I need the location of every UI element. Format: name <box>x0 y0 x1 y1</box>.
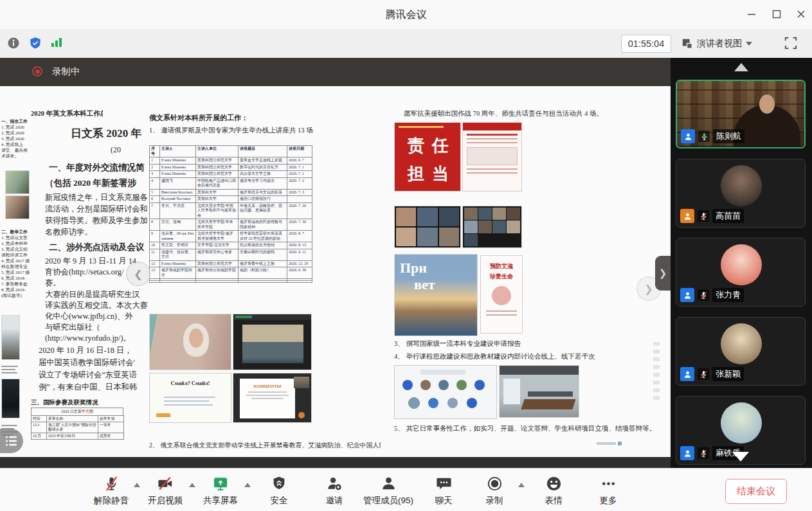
fullscreen-icon <box>784 36 798 50</box>
lecture-cell: 12 <box>150 260 160 267</box>
doc-photo-smail-slide: Смайл? Смайл! <box>149 373 231 423</box>
participant-role-badge <box>680 446 694 460</box>
mic-muted-icon <box>82 473 140 492</box>
smiley-icon <box>531 473 576 492</box>
participant-tile[interactable]: 张力青 <box>676 238 806 307</box>
lecture-cell: 4 <box>150 177 160 189</box>
start-video-button[interactable]: 开启视频 <box>138 473 193 509</box>
bottom-toolbar: 解除静音 开启视频 共享屏幕 安全 邀请 <box>0 468 812 511</box>
lecture-cell: Виктория Красных <box>160 189 196 196</box>
poster-topline <box>399 126 444 128</box>
lecture-cell: 7 <box>150 202 160 219</box>
jp-paragraph-3: 大赛的目的是提高研究生汉译实践的互相交流。本次大赛化中心(www.jpfbj.c… <box>45 289 149 344</box>
minimize-button[interactable] <box>743 7 760 21</box>
more-button[interactable]: 更多 <box>585 473 631 509</box>
reactions-label: 表情 <box>531 495 576 507</box>
meeting-info-button[interactable] <box>7 37 20 49</box>
participant-name: 张新颖 <box>712 367 744 381</box>
poster-line <box>486 314 517 316</box>
doc-text-line: 2. 完成本科毕 <box>1 240 31 246</box>
lecture-cell: 普希金文学足迹线上参观 <box>239 157 287 165</box>
poster-band <box>463 123 521 130</box>
record-options-caret[interactable] <box>518 483 525 487</box>
participant-tile[interactable]: 高苗苗 <box>676 159 806 228</box>
close-button[interactable] <box>793 7 809 21</box>
fullscreen-button[interactable] <box>784 36 798 50</box>
lecture-cell: 俄罗斯戏剧学院师生 <box>160 267 196 279</box>
poster-line <box>467 168 518 170</box>
participant-sidebar: 陈则航 高苗苗 <box>671 58 812 468</box>
doc-text-line: 3. 完成 2020 <box>1 136 31 141</box>
status-toolbar: 01:55:04 演讲者视图 <box>0 29 812 58</box>
doc-outline-button[interactable] <box>0 429 23 453</box>
network-quality-button[interactable] <box>51 37 62 48</box>
orange-dot <box>298 412 305 418</box>
share-screen-button[interactable]: 共享屏幕 <box>193 473 248 509</box>
mic-muted-icon <box>698 210 709 222</box>
people-row <box>528 391 573 397</box>
invite-button[interactable]: 邀请 <box>310 473 359 509</box>
chat-button[interactable]: 聊天 <box>420 473 467 509</box>
grid-cell <box>396 228 416 246</box>
lecture-cell: 李兴、于洪君 <box>160 202 196 219</box>
scroll-down-icon[interactable] <box>732 452 749 462</box>
doc-photo-zoom-painting <box>233 314 312 370</box>
recording-banner: 录制中 <box>0 58 671 86</box>
security-status-button[interactable] <box>29 37 42 49</box>
record-button[interactable]: 录制 <box>471 473 518 509</box>
en-page-section2: 二、教学工作 1. 完成论文答2. 完成本科毕3. 完成北京招课程排课工作4. … <box>1 229 31 298</box>
reactions-button[interactable]: 表情 <box>531 473 576 509</box>
grid-cell <box>417 228 437 246</box>
participant-tile[interactable]: 张新颖 <box>676 317 806 386</box>
window-title: 腾讯会议 <box>0 8 812 22</box>
award-col-header: 赛事名称 <box>47 416 98 422</box>
avatar-row <box>409 398 477 408</box>
lecture-cell: 俄罗斯研究中心专家 <box>196 249 239 260</box>
lecture-cell <box>239 281 287 283</box>
award-table-caption: 2020 日文系学生国 <box>31 408 123 415</box>
lecture-cell: 哲学家陀思妥耶夫斯基及其对 20 世纪思潮的影响 <box>239 231 287 242</box>
view-mode-selector[interactable]: 演讲者视图 <box>681 35 752 53</box>
award-col-header: 获奖奖项 <box>98 416 124 422</box>
participant-info: 陈则航 <box>681 129 744 143</box>
end-meeting-button[interactable]: 结束会议 <box>725 479 787 504</box>
lecture-cell: 北师大历史学院/中国人民争取和平与裁军协会 <box>196 202 239 219</box>
screen-header <box>420 370 465 375</box>
grid-cell <box>464 234 478 246</box>
recording-label: 录制中 <box>52 66 80 78</box>
slide-line <box>251 398 284 399</box>
participant-tile[interactable]: 陈则航 <box>676 80 806 148</box>
unmute-button[interactable]: 解除静音 <box>82 473 140 509</box>
right-page-line1: 愿军抗美援朝出国作战 70 周年、师生共话责任与担当活动共 4 场。 <box>404 109 603 118</box>
doc-heading: 一、招生工作 <box>1 118 31 124</box>
lecture-cell: 2020. 6. 7 <box>287 157 312 165</box>
poster-line <box>486 310 517 312</box>
collapse-sidebar-button[interactable]: ❯ <box>655 256 671 291</box>
grid-cell <box>439 208 459 226</box>
signal-bars-icon <box>51 37 62 48</box>
doc-text-line: 译实践的互相交流。本次大赛 <box>45 300 149 311</box>
doc-photo-meeting-room <box>499 365 579 418</box>
security-button[interactable]: 安全 <box>256 473 302 509</box>
watermark-square <box>618 442 622 445</box>
camera-off-icon <box>138 473 193 492</box>
maximize-button[interactable] <box>768 7 785 21</box>
jp-paragraph-1: 新冠疫情之年，日文系克服各流活动，分别是国际研讨会和获得指导奖。教师及学生参加名… <box>45 192 149 238</box>
grid-cell <box>478 220 492 233</box>
poster-line <box>467 134 518 136</box>
unmute-label: 解除静音 <box>82 495 140 507</box>
shared-screen-document[interactable]: 一、招生工作 1. 完成 20202. 完成 20203. 完成 20204. … <box>0 86 671 457</box>
doc-text-line: 6. 完成 2018- <box>1 275 31 281</box>
lecture-cell: 戏剧《村姑小姐》 <box>239 267 287 279</box>
emoji-row <box>156 413 170 417</box>
manage-members-button[interactable]: 管理成员(95) <box>359 473 418 509</box>
award-cell: 第二届“人民中国杯”国际日语翻译大赛 <box>47 422 98 433</box>
person-icon <box>359 473 418 492</box>
list-icon <box>5 435 18 447</box>
scroll-up-icon[interactable] <box>734 63 748 71</box>
prev-page-button[interactable]: ❮ <box>126 262 150 286</box>
lecture-cell: 俄语口语操练技巧 <box>239 196 287 203</box>
share-options-caret[interactable] <box>244 483 251 487</box>
speaker-view-icon <box>681 38 693 49</box>
participant-avatar <box>721 244 762 285</box>
